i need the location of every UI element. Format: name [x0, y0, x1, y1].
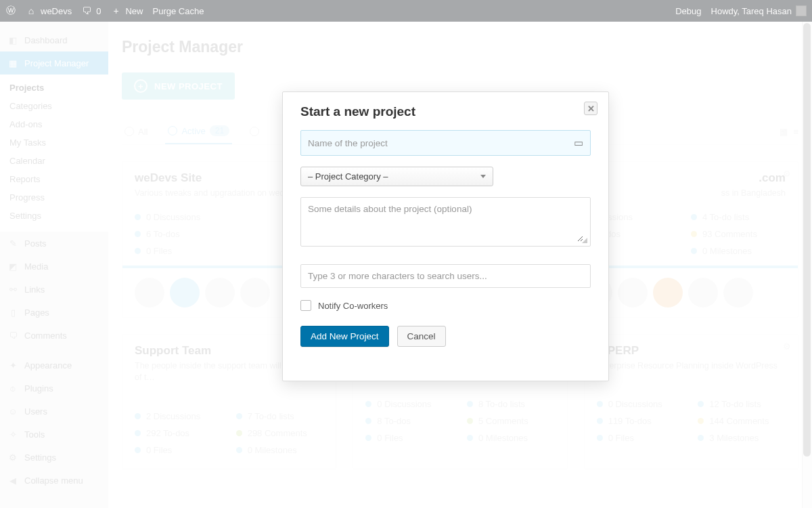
notify-coworkers-label: Notify Co-workers: [318, 301, 388, 311]
project-details-field-wrap: [300, 197, 591, 247]
notify-coworkers-row: Notify Co-workers: [300, 300, 591, 311]
new-project-modal: ✕ Start a new project ▭ – Project Catego…: [282, 91, 609, 381]
add-new-project-button[interactable]: Add New Project: [300, 326, 389, 347]
modal-title: Start a new project: [300, 104, 591, 119]
project-name-input[interactable]: [308, 138, 574, 148]
user-search-field-wrap: [300, 264, 591, 288]
user-search-input[interactable]: [308, 271, 583, 281]
close-button[interactable]: ✕: [584, 102, 597, 115]
chevron-down-icon: [480, 175, 486, 178]
project-details-textarea[interactable]: [308, 204, 583, 242]
notify-coworkers-checkbox[interactable]: [300, 300, 311, 311]
category-selected-label: – Project Category –: [308, 171, 388, 182]
project-name-field-wrap: ▭: [300, 130, 591, 156]
contact-card-icon: ▭: [574, 137, 583, 149]
cancel-button[interactable]: Cancel: [397, 326, 446, 347]
resize-handle-icon[interactable]: [581, 236, 587, 243]
close-icon: ✕: [587, 104, 595, 114]
project-category-select[interactable]: – Project Category –: [300, 167, 493, 186]
